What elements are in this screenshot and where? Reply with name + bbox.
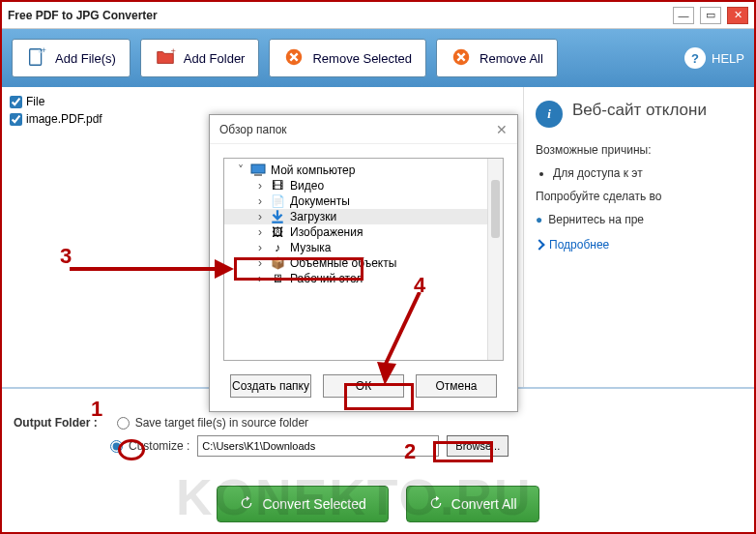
try-list: Вернитесь на пре [536,213,742,226]
refresh-icon [428,495,444,514]
chevron-down-icon [534,239,544,250]
remove-all-button[interactable]: Remove All [436,39,558,77]
tree-node-desktop[interactable]: ›🖥Рабочий стол [224,271,503,286]
try-item: Вернитесь на пре [536,213,742,226]
convert-selected-label: Convert Selected [262,496,365,512]
documents-icon: 📄 [270,194,285,208]
remove-selected-button[interactable]: Remove Selected [269,39,426,77]
tree-node-label: Загрузки [290,210,336,223]
tree-node-label: Изображения [290,225,363,239]
remove-all-icon [451,46,472,71]
tree-node-label: Видео [290,179,324,193]
ok-button[interactable]: ОК [323,374,404,398]
tree-node-label: Мой компьютер [271,163,355,177]
pictures-icon: 🖼 [270,225,285,239]
downloads-icon [270,210,285,223]
remove-all-label: Remove All [480,51,543,66]
tree-node-documents[interactable]: ›📄Документы [224,193,503,209]
info-icon: i [536,101,563,128]
main-toolbar: + Add File(s) + Add Folder Remove Select… [2,29,754,87]
side-panel: i Веб-сайт отклони Возможные причины: Дл… [524,87,754,387]
side-heading: Веб-сайт отклони [572,101,707,120]
svg-rect-6 [254,174,262,176]
svg-rect-5 [251,164,265,173]
help-icon: ? [684,47,706,69]
remove-icon [283,46,305,71]
tree-node-label: Рабочий стол [290,272,363,285]
collapse-icon[interactable]: ˅ [236,163,246,177]
expand-icon[interactable]: › [255,225,265,239]
cancel-button[interactable]: Отмена [416,374,497,398]
help-button[interactable]: ? HELP [684,47,744,69]
maximize-button[interactable]: ▭ [700,7,721,24]
tree-node-video[interactable]: ›🎞Видео [224,178,503,193]
refresh-icon [239,495,254,514]
radio-customize[interactable] [110,440,123,453]
radio-customize-label: Customize : [129,439,189,453]
title-bar: Free PDF to JPG Converter — ▭ ✕ [2,2,754,29]
output-label: Output Folder : [14,416,98,430]
add-folder-label: Add Folder [184,51,246,66]
app-title: Free PDF to JPG Converter [8,9,667,22]
convert-all-label: Convert All [451,496,517,512]
help-label: HELP [712,51,744,66]
reasons-list: Для доступа к эт [536,166,742,180]
video-icon: 🎞 [270,179,285,193]
expand-icon[interactable]: › [255,179,265,193]
file-column-label: File [26,95,44,108]
radio-source-folder[interactable] [117,417,130,430]
tree-node-label: Документы [290,194,350,208]
tree-node-pictures[interactable]: ›🖼Изображения [224,224,503,240]
music-icon: ♪ [270,241,285,254]
folder-browse-dialog: Обзор папок ✕ ˅ Мой компьютер ›🎞Видео ›📄… [209,114,518,412]
svg-text:+: + [170,46,175,56]
file-row-checkbox[interactable] [10,113,22,126]
add-folder-button[interactable]: + Add Folder [140,39,260,77]
expand-icon[interactable]: › [255,241,265,254]
minimize-button[interactable]: — [673,7,694,24]
output-path-input[interactable] [197,435,439,457]
reasons-item: Для доступа к эт [553,166,742,180]
add-file-button[interactable]: + Add File(s) [12,39,131,77]
tree-node-3dobjects[interactable]: ›📦Объемные объекты [224,255,503,271]
remove-selected-label: Remove Selected [312,51,412,66]
more-link[interactable]: Подробнее [536,238,742,252]
select-all-checkbox[interactable] [10,96,22,108]
try-label: Попробуйте сделать во [536,190,742,203]
tree-node-label: Музыка [290,241,331,254]
expand-icon[interactable]: › [255,256,265,270]
desktop-icon: 🖥 [270,272,285,285]
computer-icon [250,163,266,177]
dialog-close-button[interactable]: ✕ [496,122,508,137]
expand-icon[interactable]: › [255,210,265,223]
file-row-name: image.PDF.pdf [26,112,102,126]
file-list-header[interactable]: File [10,93,515,110]
convert-all-button[interactable]: Convert All [406,486,539,522]
dialog-titlebar: Обзор папок ✕ [210,115,517,144]
create-folder-button[interactable]: Создать папку [230,374,311,398]
folder-add-icon: + [155,46,176,71]
add-file-label: Add File(s) [55,51,116,66]
file-add-icon: + [26,46,47,71]
tree-node-root[interactable]: ˅ Мой компьютер [224,163,503,178]
tree-node-downloads[interactable]: ›Загрузки [224,209,503,224]
dialog-title: Обзор папок [219,123,287,136]
close-button[interactable]: ✕ [727,7,748,24]
reasons-label: Возможные причины: [536,143,742,157]
tree-node-music[interactable]: ›♪Музыка [224,240,503,255]
svg-rect-7 [272,222,282,223]
folder-tree[interactable]: ˅ Мой компьютер ›🎞Видео ›📄Документы ›Заг… [223,158,504,361]
browse-button[interactable]: Browse... [447,435,509,457]
tree-node-label: Объемные объекты [290,256,396,270]
objects-icon: 📦 [270,256,285,270]
convert-selected-button[interactable]: Convert Selected [217,486,388,522]
expand-icon[interactable]: › [255,272,265,285]
tree-scrollbar[interactable] [487,159,503,360]
radio-source-label: Save target file(s) in source folder [135,416,308,430]
more-label: Подробнее [549,238,609,252]
svg-text:+: + [42,46,46,55]
expand-icon[interactable]: › [255,194,265,208]
